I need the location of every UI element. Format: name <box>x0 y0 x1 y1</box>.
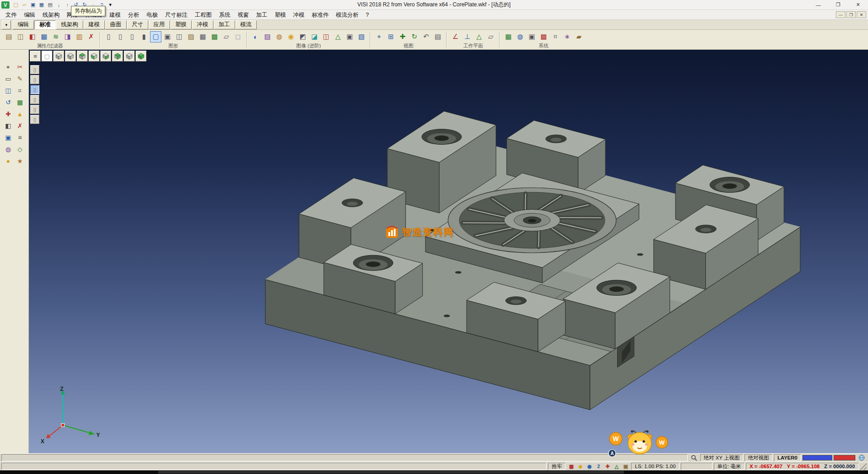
system-palette-icon[interactable]: ▩ <box>538 31 549 43</box>
quick-filter-icon[interactable]: ▥ <box>74 31 85 43</box>
units-field[interactable]: 单位: 毫米 <box>714 463 745 470</box>
taskbar[interactable] <box>0 470 868 474</box>
diamond-icon[interactable]: ◇ <box>14 144 25 155</box>
workplane-reset-icon[interactable]: ▱ <box>485 31 496 43</box>
element-filter-icon[interactable]: ◨ <box>62 31 73 43</box>
plus-icon[interactable]: ✚ <box>3 109 14 119</box>
menu-item[interactable]: 建模 <box>106 10 124 20</box>
graphic-shade-icon[interactable]: ▩ <box>209 31 220 43</box>
graphic-split-icon[interactable]: ◫ <box>174 31 185 43</box>
attribute-edit-icon[interactable]: ▤ <box>3 31 14 43</box>
circle-icon[interactable]: ◍ <box>3 144 14 155</box>
system-grid-icon[interactable]: ▦ <box>503 31 514 43</box>
attribute-copy-icon[interactable]: ◫ <box>15 31 26 43</box>
menu-item[interactable]: 线架构 <box>39 10 63 20</box>
new-file-icon[interactable]: ▢ <box>12 1 20 9</box>
tab[interactable]: 标准 <box>34 20 56 29</box>
graphic-frame-icon[interactable]: ▢ <box>150 31 161 43</box>
menu-item[interactable]: 标准件 <box>308 10 333 20</box>
fill-color-swatch[interactable] <box>834 455 855 460</box>
snap-settings-icon[interactable]: ▦ <box>567 463 576 470</box>
view-front-icon[interactable] <box>77 51 88 62</box>
view-list-icon[interactable]: ≡ <box>30 51 41 62</box>
system-options-icon[interactable]: ∗ <box>561 31 573 43</box>
clear-filter-icon[interactable]: ✗ <box>85 31 97 43</box>
pan-icon[interactable]: ✚ <box>397 31 408 43</box>
shadow-icon[interactable]: ◩ <box>297 31 308 43</box>
view-left-icon[interactable] <box>89 51 99 62</box>
menu-item[interactable]: 模流分析 <box>332 10 362 20</box>
capture-icon[interactable]: ▣ <box>344 31 355 43</box>
workplane-view-field[interactable]: 绝对 XY 上视图 <box>700 454 743 461</box>
rotate-view-icon[interactable]: ↻ <box>409 31 420 43</box>
print-icon[interactable]: ▤ <box>46 1 54 9</box>
half-shade-icon[interactable]: ◧ <box>3 120 14 131</box>
workplane-angle-icon[interactable]: ∠ <box>450 31 461 43</box>
tab[interactable]: 冲模 <box>192 20 213 29</box>
layer-field[interactable]: LAYER0 <box>774 454 801 461</box>
viewport-3d[interactable]: ≡▢ ▯▯▯▯▯▯ 智造资料网 Z <box>29 50 868 453</box>
resize-grip[interactable] <box>860 463 867 470</box>
star-icon[interactable]: ★ <box>14 156 25 166</box>
tab-dropdown-icon[interactable]: ▾ <box>2 20 11 29</box>
panel-tab-3-icon[interactable]: ▯ <box>30 85 39 94</box>
panel-tab-6-icon[interactable]: ▯ <box>30 115 39 124</box>
material-icon[interactable]: ◍ <box>274 31 285 43</box>
qat-overflow-icon[interactable]: ▾ <box>106 1 114 9</box>
view-bottom-icon[interactable] <box>124 51 135 62</box>
tab[interactable]: 线架构 <box>56 20 83 29</box>
snap-intersect-icon[interactable]: ✚ <box>603 463 612 470</box>
select-icon[interactable]: ⌖ <box>3 62 14 72</box>
workplane-3pt-icon[interactable]: △ <box>473 31 485 43</box>
tab[interactable]: 编辑 <box>13 20 34 29</box>
tab[interactable]: 塑膜 <box>170 20 192 29</box>
graphic-hatch-icon[interactable]: ▨ <box>185 31 197 43</box>
graphic-grid-icon[interactable]: ▦ <box>197 31 208 43</box>
background-icon[interactable]: ▧ <box>356 31 367 43</box>
absolute-view-field[interactable]: 绝对视图 <box>745 454 773 461</box>
rectangle-icon[interactable]: ▭ <box>3 73 14 84</box>
tab[interactable]: 应用 <box>149 20 170 29</box>
system-snap-icon[interactable]: ⌗ <box>550 31 561 43</box>
grid-snap-icon[interactable]: ⌗ <box>14 85 25 96</box>
view-back-icon[interactable] <box>112 51 123 62</box>
system-globe-icon[interactable]: ◍ <box>514 31 526 43</box>
graphic-solid-icon[interactable]: ▣ <box>162 31 173 43</box>
menu-item[interactable]: 文件 <box>2 10 20 20</box>
scale-field[interactable]: LS: 1.00 PS: 1.00 <box>631 463 679 470</box>
tab[interactable]: 模流 <box>236 20 257 29</box>
zoom-image-icon[interactable]: △ <box>332 31 344 43</box>
mirror-icon[interactable]: ◫ <box>3 85 14 96</box>
layer-filter-icon[interactable]: ▦ <box>38 31 50 43</box>
previous-view-icon[interactable]: ↶ <box>420 31 432 43</box>
view-plane-icon[interactable]: ▢ <box>42 51 52 62</box>
system-display-icon[interactable]: ▣ <box>526 31 538 43</box>
menu-item[interactable]: 编辑 <box>20 10 39 20</box>
texture-icon[interactable]: ▨ <box>262 31 273 43</box>
model-canvas[interactable] <box>29 50 868 453</box>
trim-icon[interactable]: ✂ <box>14 62 25 72</box>
snap-point-icon[interactable]: ◆ <box>576 463 585 470</box>
color-filter-icon[interactable]: ◧ <box>27 31 38 43</box>
snap-lock-field[interactable]: 拴牢 <box>548 463 566 470</box>
delete-icon[interactable]: ✗ <box>14 120 25 131</box>
dot-icon[interactable]: ● <box>3 156 14 166</box>
menu-item[interactable]: ? <box>362 10 373 20</box>
graphic-wire-icon[interactable]: ▱ <box>221 31 232 43</box>
graphic-list-icon[interactable]: ▯ <box>103 31 114 43</box>
view-right-icon[interactable] <box>100 51 111 62</box>
filled-square-icon[interactable]: ▣ <box>3 132 14 143</box>
graphic-cylinder-icon[interactable]: ▯ <box>115 31 126 43</box>
menu-item[interactable]: 尺寸标注 <box>161 10 191 20</box>
export-icon[interactable]: ↑ <box>63 1 71 9</box>
view-top-icon[interactable] <box>65 51 76 62</box>
graphic-bar-icon[interactable]: ▮ <box>138 31 150 43</box>
light-icon[interactable]: ◉ <box>285 31 297 43</box>
transparency-icon[interactable]: ◪ <box>309 31 320 43</box>
line-filter-icon[interactable]: ≋ <box>50 31 61 43</box>
menu-item[interactable]: 视窗 <box>234 10 253 20</box>
save-as-icon[interactable]: ▦ <box>38 1 46 9</box>
workplane-normal-icon[interactable]: ⊥ <box>462 31 473 43</box>
zoom-status-icon[interactable] <box>689 454 699 461</box>
import-icon[interactable]: ↓ <box>55 1 63 9</box>
